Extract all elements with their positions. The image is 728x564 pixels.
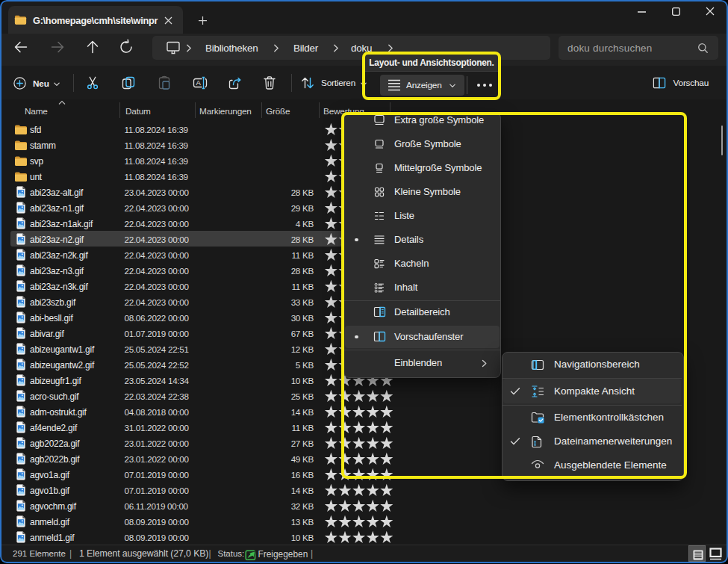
- svg-text:A: A: [196, 78, 202, 87]
